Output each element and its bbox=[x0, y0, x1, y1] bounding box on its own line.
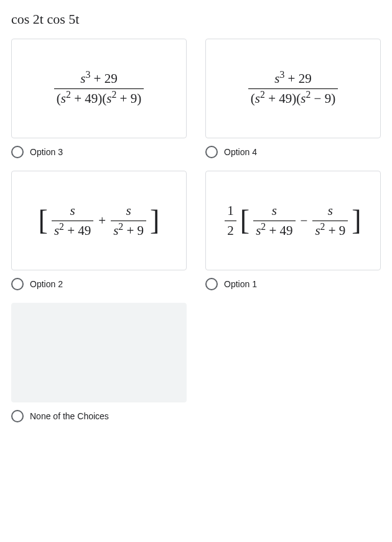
radio-icon bbox=[11, 410, 24, 422]
option-math-4: s3 + 29 (s2 + 49)(s2 − 9) bbox=[248, 70, 338, 107]
option-label-4: Option 4 bbox=[224, 147, 257, 157]
option-radio-2[interactable]: Option 2 bbox=[11, 278, 187, 290]
radio-icon bbox=[205, 278, 218, 290]
option-card-2[interactable]: [ s s2 + 49 + s s2 + 9 ] bbox=[11, 171, 187, 270]
option-radio-4[interactable]: Option 4 bbox=[205, 146, 381, 158]
radio-icon bbox=[11, 146, 24, 158]
option-label-3: Option 3 bbox=[30, 147, 63, 157]
option-label-none: None of the Choices bbox=[30, 411, 109, 421]
options-grid: s3 + 29 (s2 + 49)(s2 + 9) Option 3 s3 + … bbox=[11, 39, 381, 422]
option-cell-1: 1 2 [ s s2 + 49 − s s2 + 9 ] Option 1 bbox=[205, 171, 381, 290]
option-label-2: Option 2 bbox=[30, 279, 63, 289]
option-card-none[interactable] bbox=[11, 303, 187, 402]
option-radio-1[interactable]: Option 1 bbox=[205, 278, 381, 290]
option-cell-3: s3 + 29 (s2 + 49)(s2 + 9) Option 3 bbox=[11, 39, 187, 158]
option-card-3[interactable]: s3 + 29 (s2 + 49)(s2 + 9) bbox=[11, 39, 187, 138]
option-math-2: [ s s2 + 49 + s s2 + 9 ] bbox=[39, 202, 160, 239]
option-cell-4: s3 + 29 (s2 + 49)(s2 − 9) Option 4 bbox=[205, 39, 381, 158]
question-text: cos 2t cos 5t bbox=[11, 11, 381, 27]
option-card-1[interactable]: 1 2 [ s s2 + 49 − s s2 + 9 ] bbox=[205, 171, 381, 270]
option-cell-2: [ s s2 + 49 + s s2 + 9 ] Option 2 bbox=[11, 171, 187, 290]
option-label-1: Option 1 bbox=[224, 279, 257, 289]
option-card-4[interactable]: s3 + 29 (s2 + 49)(s2 − 9) bbox=[205, 39, 381, 138]
radio-icon bbox=[11, 278, 24, 290]
option-radio-none[interactable]: None of the Choices bbox=[11, 410, 187, 422]
option-radio-3[interactable]: Option 3 bbox=[11, 146, 187, 158]
option-math-1: 1 2 [ s s2 + 49 − s s2 + 9 ] bbox=[225, 202, 361, 239]
option-cell-none: None of the Choices bbox=[11, 303, 187, 422]
radio-icon bbox=[205, 146, 218, 158]
option-math-3: s3 + 29 (s2 + 49)(s2 + 9) bbox=[54, 70, 144, 107]
